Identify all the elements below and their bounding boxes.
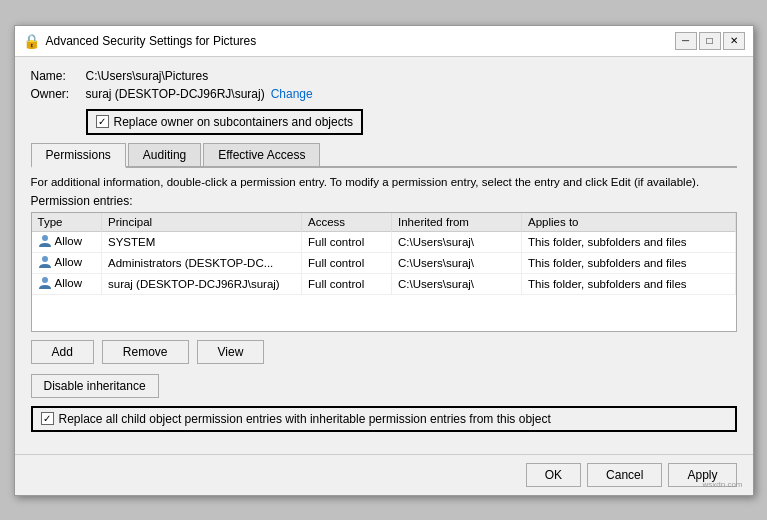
cell-type: Allow (32, 231, 102, 252)
title-bar-controls: ─ □ ✕ (675, 32, 745, 50)
table-row[interactable]: Allow SYSTEMFull controlC:\Users\suraj\T… (32, 231, 736, 252)
owner-checkbox-label: Replace owner on subcontainers and objec… (114, 115, 353, 129)
svg-point-2 (42, 277, 48, 283)
col-applies: Applies to (522, 213, 736, 232)
add-button[interactable]: Add (31, 340, 94, 364)
tab-effective-access[interactable]: Effective Access (203, 143, 320, 166)
change-link[interactable]: Change (271, 87, 313, 101)
table-row[interactable]: Allow suraj (DESKTOP-DCJ96RJ\suraj)Full … (32, 273, 736, 294)
info-text: For additional information, double-click… (31, 176, 737, 188)
table-row[interactable]: Allow Administrators (DESKTOP-DC...Full … (32, 252, 736, 273)
ok-button[interactable]: OK (526, 463, 581, 487)
permission-table: Type Principal Access Inherited from App… (32, 213, 736, 295)
disable-inheritance-button[interactable]: Disable inheritance (31, 374, 159, 398)
permission-entries-label: Permission entries: (31, 194, 737, 208)
name-label: Name: (31, 69, 86, 83)
bottom-checkbox[interactable]: ✓ (41, 412, 54, 425)
name-row: Name: C:\Users\suraj\Pictures (31, 69, 737, 83)
action-buttons: Add Remove View (31, 340, 737, 364)
col-principal: Principal (102, 213, 302, 232)
cell-principal: SYSTEM (102, 231, 302, 252)
cell-applies: This folder, subfolders and files (522, 231, 736, 252)
minimize-button[interactable]: ─ (675, 32, 697, 50)
cell-principal: Administrators (DESKTOP-DC... (102, 252, 302, 273)
owner-checkbox[interactable]: ✓ (96, 115, 109, 128)
owner-checkbox-row[interactable]: ✓ Replace owner on subcontainers and obj… (86, 109, 363, 135)
remove-button[interactable]: Remove (102, 340, 189, 364)
cell-access: Full control (302, 273, 392, 294)
window-icon: 🔒 (23, 33, 40, 49)
col-type: Type (32, 213, 102, 232)
tab-permissions[interactable]: Permissions (31, 143, 126, 168)
maximize-button[interactable]: □ (699, 32, 721, 50)
tabs: Permissions Auditing Effective Access (31, 143, 737, 168)
name-value: C:\Users\suraj\Pictures (86, 69, 209, 83)
cell-inherited: C:\Users\suraj\ (392, 231, 522, 252)
apply-button[interactable]: Apply (668, 463, 736, 487)
cell-applies: This folder, subfolders and files (522, 252, 736, 273)
tab-auditing[interactable]: Auditing (128, 143, 201, 166)
cell-principal: suraj (DESKTOP-DCJ96RJ\suraj) (102, 273, 302, 294)
owner-value: suraj (DESKTOP-DCJ96RJ\suraj) (86, 87, 265, 101)
cell-access: Full control (302, 252, 392, 273)
svg-point-0 (42, 235, 48, 241)
bottom-checkbox-row[interactable]: ✓ Replace all child object permission en… (31, 406, 737, 432)
footer: OK Cancel Apply (15, 454, 753, 495)
cell-applies: This folder, subfolders and files (522, 273, 736, 294)
close-button[interactable]: ✕ (723, 32, 745, 50)
cancel-button[interactable]: Cancel (587, 463, 662, 487)
cell-inherited: C:\Users\suraj\ (392, 252, 522, 273)
owner-label: Owner: (31, 87, 86, 101)
col-inherited: Inherited from (392, 213, 522, 232)
cell-type: Allow (32, 273, 102, 294)
permission-table-container: Type Principal Access Inherited from App… (31, 212, 737, 332)
bottom-checkbox-label: Replace all child object permission entr… (59, 412, 551, 426)
cell-access: Full control (302, 231, 392, 252)
window-title: Advanced Security Settings for Pictures (46, 34, 257, 48)
col-access: Access (302, 213, 392, 232)
cell-inherited: C:\Users\suraj\ (392, 273, 522, 294)
svg-point-1 (42, 256, 48, 262)
cell-type: Allow (32, 252, 102, 273)
view-button[interactable]: View (197, 340, 265, 364)
title-bar: 🔒 Advanced Security Settings for Picture… (15, 26, 753, 57)
owner-row: Owner: suraj (DESKTOP-DCJ96RJ\suraj) Cha… (31, 87, 737, 101)
table-header-row: Type Principal Access Inherited from App… (32, 213, 736, 232)
